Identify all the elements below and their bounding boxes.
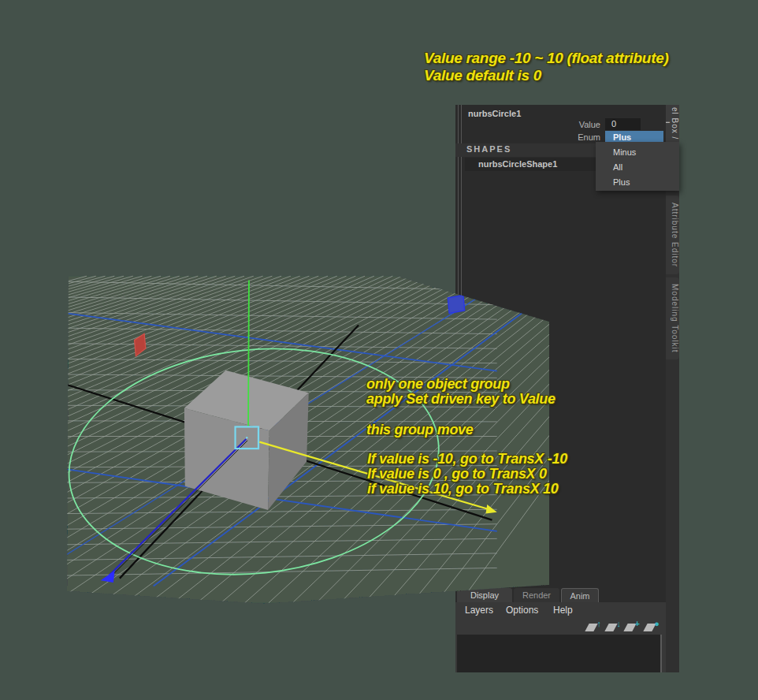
new-empty-layer-icon[interactable]: +	[625, 621, 639, 633]
tab-channel-box[interactable]: el Box / L	[666, 105, 679, 143]
tab-modeling-toolkit[interactable]: Modeling Toolkit	[666, 277, 679, 359]
move-layer-up-icon[interactable]: ↑	[586, 621, 600, 633]
shapes-section-bar[interactable]: SHAPES	[455, 143, 597, 157]
layer-menus-row: Layers Options Help	[455, 602, 666, 618]
layer-tabs-row: Display Render Anim	[455, 587, 666, 602]
node-name-label: nurbsCircle1	[468, 109, 521, 118]
value-input[interactable]: 0	[605, 118, 662, 130]
layer-editor-panel: Display Render Anim Layers Options Help …	[455, 587, 666, 672]
new-layer-assign-icon[interactable]: ●	[645, 621, 659, 633]
annotation-object-group: only one object group apply Set driven k…	[366, 377, 555, 407]
manipulator-y-axis[interactable]	[248, 281, 249, 427]
enum-options-popup: Minus All Plus	[596, 142, 679, 191]
shape-name-label: nurbsCircleShape1	[478, 159, 557, 169]
enum-option-all[interactable]: All	[596, 160, 679, 175]
enum-option-minus[interactable]: Minus	[596, 145, 679, 160]
blue-quad-object[interactable]	[448, 295, 464, 313]
annotation-value-rules: If value is -10, go to TransX -10 If val…	[367, 452, 567, 497]
menu-options[interactable]: Options	[501, 602, 543, 618]
layer-icons-row: ↑ ↓ + ●	[455, 620, 666, 635]
enum-label: Enum	[539, 132, 600, 142]
tab-anim[interactable]: Anim	[561, 588, 599, 602]
annotation-value-range: Value range -10 ~ 10 (float attribute) V…	[424, 50, 668, 84]
annotation-group-move: this group move	[366, 423, 474, 438]
viewport-background	[67, 276, 559, 603]
move-layer-down-icon[interactable]: ↓	[606, 621, 620, 633]
layer-list[interactable]	[457, 635, 662, 672]
tab-attribute-editor[interactable]: Attribute Editor	[666, 195, 679, 274]
shapes-header: SHAPES	[466, 144, 511, 154]
menu-layers[interactable]: Layers	[460, 602, 498, 618]
shape-row[interactable]: nurbsCircleShape1	[465, 158, 596, 171]
menu-help[interactable]: Help	[548, 602, 578, 618]
tab-render[interactable]: Render	[514, 588, 559, 602]
value-label: Value	[539, 120, 600, 129]
enum-option-plus[interactable]: Plus	[596, 175, 679, 190]
